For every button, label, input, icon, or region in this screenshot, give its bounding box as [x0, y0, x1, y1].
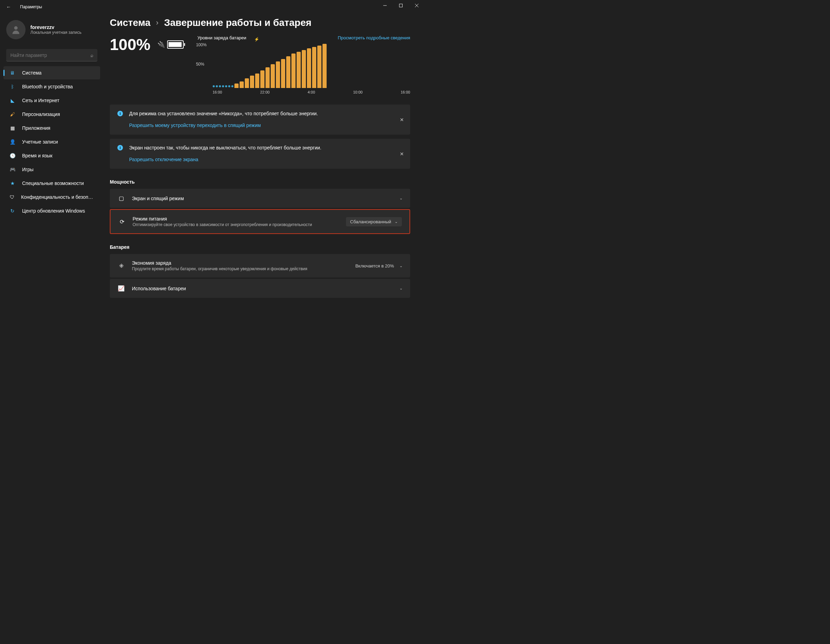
close-button[interactable] — [409, 0, 425, 11]
warning-link-sleep[interactable]: Разрешить моему устройству переходить в … — [129, 122, 261, 128]
search-box[interactable]: ⌕ — [6, 49, 97, 62]
chart-title: Уровни заряда батареи — [198, 35, 247, 40]
gauge-icon: ⟳ — [118, 218, 126, 225]
chevron-down-icon: ⌄ — [399, 196, 402, 201]
sidebar-item-personalization[interactable]: 🖌Персонализация — [3, 108, 100, 121]
warning-text: Для режима сна установлено значение «Ник… — [129, 111, 318, 116]
display-sleep-icon: ▢ — [117, 195, 125, 201]
sidebar-item-apps[interactable]: ▦Приложения — [3, 122, 100, 134]
search-icon: ⌕ — [90, 52, 93, 58]
svg-point-4 — [14, 26, 17, 30]
info-icon: i — [117, 145, 123, 150]
display-icon: 🖥 — [8, 70, 17, 76]
plug-icon: 🔌 — [157, 41, 165, 48]
setting-battery-saver[interactable]: ⁜ Экономия заряда Продлите время работы … — [110, 254, 410, 277]
warning-screen: i Экран настроен так, чтобы никогда не в… — [110, 139, 410, 169]
bluetooth-icon: ᛒ — [8, 84, 17, 89]
y-label-100: 100% — [196, 43, 207, 47]
search-input[interactable] — [10, 52, 90, 58]
breadcrumb-root[interactable]: Система — [110, 17, 150, 28]
window-controls — [377, 0, 425, 11]
warning-sleep: i Для режима сна установлено значение «Н… — [110, 104, 410, 134]
close-icon[interactable]: ✕ — [400, 151, 404, 157]
wifi-icon: ◣ — [8, 98, 17, 103]
avatar-icon — [6, 20, 25, 40]
chevron-down-icon: ⌄ — [399, 264, 402, 268]
shield-icon: 🛡 — [8, 194, 16, 200]
section-power-title: Мощность — [110, 179, 410, 185]
maximize-button[interactable] — [393, 0, 409, 11]
page-title: Завершение работы и батарея — [164, 17, 311, 28]
sidebar: foreverzzv Локальная учетная запись ⌕ 🖥С… — [0, 14, 104, 329]
power-mode-dropdown[interactable]: Сбалансированный ⌄ — [346, 217, 402, 226]
account-name: foreverzzv — [30, 24, 81, 30]
battery-percent-block: 100% 🔌 — [110, 35, 184, 54]
gamepad-icon: 🎮 — [8, 167, 17, 172]
svg-rect-1 — [399, 4, 402, 7]
charging-icon: ⚡ — [254, 37, 259, 42]
battery-saver-icon: ⁜ — [117, 263, 125, 269]
sidebar-item-accounts[interactable]: 👤Учетные записи — [3, 135, 100, 149]
sidebar-item-bluetooth[interactable]: ᛒBluetooth и устройства — [3, 80, 100, 93]
sidebar-item-update[interactable]: ↻Центр обновления Windows — [3, 204, 100, 217]
x-axis-labels: 16:00 22:00 4:00 10:00 16:00 — [213, 90, 410, 94]
warning-text: Экран настроен так, чтобы никогда не вык… — [129, 145, 322, 150]
y-label-50: 50% — [196, 62, 207, 66]
sidebar-item-privacy[interactable]: 🛡Конфиденциальность и безопасность — [3, 190, 100, 204]
sidebar-item-gaming[interactable]: 🎮Игры — [3, 163, 100, 176]
info-icon: i — [117, 111, 123, 116]
setting-power-mode[interactable]: ⟳ Режим питания Оптимизируйте свое устро… — [110, 209, 410, 234]
content-area: Система › Завершение работы и батарея 10… — [104, 14, 425, 329]
minimize-button[interactable] — [377, 0, 393, 11]
update-icon: ↻ — [8, 208, 17, 214]
battery-icon — [167, 40, 184, 49]
sidebar-item-time[interactable]: 🕓Время и язык — [3, 149, 100, 162]
clock-icon: 🕓 — [8, 153, 17, 158]
account-block[interactable]: foreverzzv Локальная учетная запись — [2, 17, 102, 42]
sidebar-item-network[interactable]: ◣Сеть и Интернет — [3, 94, 100, 107]
person-icon: 👤 — [8, 139, 17, 145]
apps-icon: ▦ — [8, 125, 17, 131]
section-battery-title: Батарея — [110, 244, 410, 250]
chart-details-link[interactable]: Просмотреть подробные сведения — [337, 35, 410, 40]
chevron-right-icon: › — [156, 18, 158, 27]
brush-icon: 🖌 — [8, 111, 17, 117]
battery-saver-value: Включается в 20% — [355, 263, 394, 269]
setting-battery-usage[interactable]: 📈 Использование батареи ⌄ — [110, 279, 410, 298]
setting-screen-sleep[interactable]: ▢ Экран и спящий режим ⌄ — [110, 189, 410, 208]
titlebar: ← Параметры — [0, 0, 425, 14]
chart-icon: 📈 — [117, 285, 125, 292]
account-subtitle: Локальная учетная запись — [30, 30, 81, 35]
chevron-down-icon: ⌄ — [394, 220, 398, 224]
breadcrumb: Система › Завершение работы и батарея — [110, 17, 410, 28]
chevron-down-icon: ⌄ — [399, 286, 402, 291]
close-icon[interactable]: ✕ — [400, 117, 404, 122]
sidebar-item-system[interactable]: 🖥Система — [3, 66, 100, 79]
battery-chart: Уровни заряда батареи Просмотреть подроб… — [198, 35, 410, 94]
battery-percent-text: 100% — [110, 35, 150, 54]
window-title: Параметры — [20, 5, 42, 9]
warning-link-screen[interactable]: Разрешить отключение экрана — [129, 157, 198, 162]
chart-bars: ⚡ — [213, 43, 410, 88]
sidebar-item-accessibility[interactable]: ★Специальные возможности — [3, 177, 100, 190]
back-button[interactable]: ← — [6, 4, 13, 9]
settings-window: ← Параметры foreverzzv Локальная учетная… — [0, 0, 425, 329]
nav-list: 🖥Система ᛒBluetooth и устройства ◣Сеть и… — [2, 66, 102, 217]
accessibility-icon: ★ — [8, 180, 17, 186]
